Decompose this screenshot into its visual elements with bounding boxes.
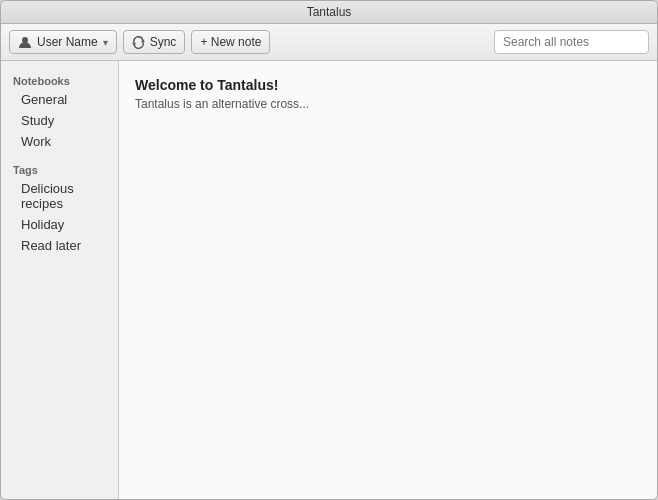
sync-icon (132, 36, 145, 49)
sidebar-item-delicious-recipes[interactable]: Delicious recipes (1, 178, 118, 214)
sidebar-item-general[interactable]: General (1, 89, 118, 110)
tags-label: Tags (1, 160, 118, 178)
toolbar: User Name ▾ Sync + New note (1, 24, 657, 61)
main-content: Notebooks General Study Work Tags Delici… (1, 61, 657, 499)
app-title: Tantalus (307, 5, 352, 19)
welcome-text: Tantalus is an alternative cross... (135, 97, 641, 111)
welcome-title: Welcome to Tantalus! (135, 77, 641, 93)
content-area: Welcome to Tantalus! Tantalus is an alte… (119, 61, 657, 499)
user-icon (18, 35, 32, 49)
sync-button[interactable]: Sync (123, 30, 186, 54)
user-button[interactable]: User Name ▾ (9, 30, 117, 54)
title-bar: Tantalus (1, 1, 657, 24)
new-note-button-label: + New note (200, 35, 261, 49)
notebooks-label: Notebooks (1, 71, 118, 89)
user-button-label: User Name (37, 35, 98, 49)
sidebar-item-read-later[interactable]: Read later (1, 235, 118, 256)
search-input[interactable] (494, 30, 649, 54)
sidebar-item-study[interactable]: Study (1, 110, 118, 131)
sync-button-label: Sync (150, 35, 177, 49)
app-window: Tantalus User Name ▾ Sync + New note (0, 0, 658, 500)
new-note-button[interactable]: + New note (191, 30, 270, 54)
sidebar-item-work[interactable]: Work (1, 131, 118, 152)
sidebar-item-holiday[interactable]: Holiday (1, 214, 118, 235)
sidebar: Notebooks General Study Work Tags Delici… (1, 61, 119, 499)
chevron-down-icon: ▾ (103, 37, 108, 48)
